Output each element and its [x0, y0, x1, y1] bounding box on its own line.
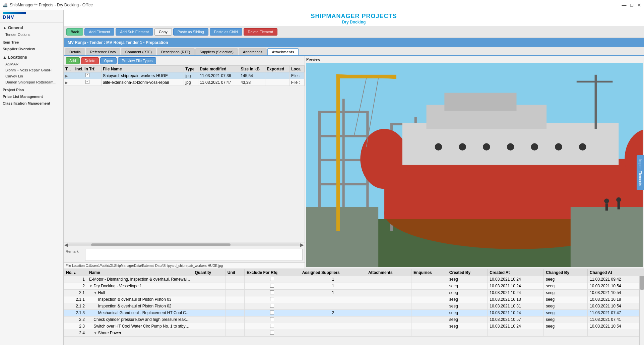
- sidebar-item-blohm[interactable]: Blohm + Voss Repair GmbH: [0, 67, 63, 73]
- col-created-at[interactable]: Created At: [488, 269, 544, 276]
- table-row[interactable]: 2.1.1 Inspection & overhaul of Piston Pi…: [64, 296, 644, 303]
- back-button[interactable]: Back: [66, 28, 83, 36]
- exclude-rfq-checkbox[interactable]: [270, 290, 274, 294]
- svg-rect-38: [336, 75, 340, 231]
- col-exclude-rfq[interactable]: Exclude For Rfq: [245, 269, 300, 276]
- file-table-row[interactable]: ▶ Shipyard_shiprepair_workers-HUGE jpg 1…: [64, 72, 305, 79]
- sidebar-supplier-overview[interactable]: Supplier Overview: [0, 46, 63, 52]
- minimize-button[interactable]: —: [622, 2, 627, 8]
- cell-attachments: [366, 289, 411, 296]
- expand-arrow[interactable]: ▼: [89, 284, 92, 288]
- cell-changed-at: 10.03.2021 10:54: [588, 289, 644, 296]
- exclude-rfq-checkbox[interactable]: [270, 331, 274, 335]
- paste-as-child-button[interactable]: Paste as Child: [210, 28, 242, 36]
- table-row[interactable]: 2.2 Check cylinder pressure,low and high…: [64, 316, 644, 323]
- add-element-button[interactable]: Add Element: [84, 28, 114, 36]
- title-bar-controls[interactable]: — □ ✕: [622, 2, 641, 8]
- preview-file-types-button[interactable]: Preview File Types: [118, 57, 156, 64]
- sidebar-item-damen[interactable]: Damen Shiprepair Rotterdam...: [0, 79, 63, 85]
- table-row[interactable]: 2 ▼ Dry Docking - Vesseltype 1 1 seeg 10…: [64, 283, 644, 289]
- incl-checkbox[interactable]: [85, 73, 89, 77]
- svg-point-29: [579, 143, 586, 151]
- scroll-left-arrow[interactable]: ◀: [64, 242, 68, 247]
- col-changed-by[interactable]: Changed By: [544, 269, 588, 276]
- sidebar-item-tree[interactable]: Item Tree: [0, 39, 63, 46]
- sidebar-item-tender-options[interactable]: Tender Options: [0, 32, 63, 38]
- tab-bar: Details Reference Data Comment (RTF) Des…: [64, 47, 644, 56]
- exclude-rfq-checkbox[interactable]: [270, 284, 274, 288]
- paste-as-sibling-button[interactable]: Paste as Sibling: [173, 28, 208, 36]
- sidebar-project-plan[interactable]: Project Plan: [0, 87, 63, 93]
- cell-assigned-suppliers: 1: [300, 283, 366, 289]
- table-row[interactable]: 1 E-Motor - Dismantling, inspection & ov…: [64, 276, 644, 283]
- table-row[interactable]: 2.4 ▼ Shore Power: [64, 330, 644, 336]
- expand-arrow[interactable]: ▶: [65, 74, 68, 78]
- exclude-rfq-checkbox[interactable]: [270, 304, 274, 308]
- col-attachments[interactable]: Attachments: [366, 269, 411, 276]
- cell-created-at: [488, 330, 544, 336]
- cell-enquiries: [411, 283, 447, 289]
- table-row[interactable]: 2.1.2 Inspection & overhaul of Piston Pi…: [64, 303, 644, 309]
- expand-arrow[interactable]: ▶: [65, 81, 68, 84]
- tab-suppliers[interactable]: Suppliers (Selection): [195, 48, 238, 55]
- col-unit[interactable]: Unit: [225, 269, 244, 276]
- logo-stripe: [3, 12, 26, 14]
- col-enquiries[interactable]: Enquiries: [411, 269, 447, 276]
- col-quantity[interactable]: Quantity: [193, 269, 225, 276]
- sidebar-locations-header[interactable]: ▲ Locations: [0, 54, 63, 61]
- col-name[interactable]: Name: [87, 269, 193, 276]
- sidebar-item-carvey[interactable]: Carvey Lin: [0, 73, 63, 79]
- table-row[interactable]: 2.3 Switch over HT Cool Water Circ Pump …: [64, 323, 644, 330]
- tab-details[interactable]: Details: [65, 48, 85, 55]
- remark-input[interactable]: [85, 249, 303, 261]
- scroll-right-arrow[interactable]: ▶: [300, 242, 304, 247]
- tab-comment-rtf[interactable]: Comment (RTF): [121, 48, 156, 55]
- tab-description-rtf[interactable]: Description (RTF): [157, 48, 195, 55]
- sidebar-classification[interactable]: Classification Management: [0, 100, 63, 107]
- app-header-title: SHIPMANAGER PROJECTS: [64, 13, 644, 20]
- table-row[interactable]: 2.1.3 Mechanical Gland seal - Replacemen…: [64, 309, 644, 316]
- file-hscroll[interactable]: ◀ ▶: [64, 242, 305, 247]
- vscroll[interactable]: [639, 269, 644, 345]
- hscroll-thumb[interactable]: [91, 243, 231, 246]
- file-table-row[interactable]: ▶ alife-extensiona-at-blohm-voss-repair …: [64, 79, 305, 86]
- exclude-rfq-checkbox[interactable]: [270, 297, 274, 301]
- table-row[interactable]: 2.1 ▼ Hull 1 seeg 10.03.2021 10:24 seeg …: [64, 289, 644, 296]
- exclude-rfq-checkbox[interactable]: [270, 324, 274, 328]
- app-header-subtitle: Dry Docking: [64, 20, 644, 24]
- sidebar-item-asmar[interactable]: ASMAR: [0, 61, 63, 67]
- exclude-rfq-checkbox[interactable]: [270, 310, 274, 314]
- cell-created-at: 10.03.2021 10:24: [488, 323, 544, 330]
- ship-preview-svg: [306, 63, 643, 267]
- col-changed-at[interactable]: Changed At: [588, 269, 644, 276]
- sidebar-price-list[interactable]: Price List Management: [0, 93, 63, 100]
- tab-attachments[interactable]: Attachments: [267, 48, 299, 55]
- expand-arrow[interactable]: ▼: [93, 291, 97, 295]
- exclude-rfq-checkbox[interactable]: [270, 317, 274, 321]
- exclude-rfq-checkbox[interactable]: [270, 277, 274, 281]
- hscroll-track[interactable]: [68, 243, 300, 246]
- open-file-button[interactable]: Open: [100, 57, 117, 64]
- svg-rect-22: [444, 93, 516, 111]
- incl-checkbox[interactable]: [85, 80, 89, 84]
- cell-enquiries: [411, 309, 447, 316]
- bottom-table: No. Name Quantity Unit Exclude For Rfq A…: [64, 269, 644, 337]
- file-table-wrap: T... Incl. in Trf. File Name Type Date m…: [64, 66, 305, 242]
- delete-file-button[interactable]: Delete: [81, 57, 99, 64]
- cell-enquiries: [411, 303, 447, 309]
- col-no[interactable]: No.: [64, 269, 87, 276]
- close-button[interactable]: ✕: [637, 2, 641, 8]
- copy-button[interactable]: Copy: [154, 28, 172, 36]
- tab-annotations[interactable]: Annotations: [239, 48, 267, 55]
- cell-changed-by: [544, 330, 588, 336]
- maximize-button[interactable]: □: [631, 2, 633, 8]
- add-file-button[interactable]: Add: [66, 57, 80, 64]
- col-created-by[interactable]: Created By: [447, 269, 487, 276]
- col-assigned-suppliers[interactable]: Assigned Suppliers: [300, 269, 366, 276]
- cell-name: Mechanical Gland seal - Replacement HT C…: [87, 309, 193, 316]
- tab-reference-data[interactable]: Reference Data: [86, 48, 120, 55]
- delete-element-button[interactable]: Delete Element: [244, 28, 277, 36]
- add-sub-element-button[interactable]: Add Sub Element: [116, 28, 153, 36]
- sidebar-general-header[interactable]: ▲ General: [0, 24, 63, 32]
- expand-arrow[interactable]: ▼: [93, 331, 97, 335]
